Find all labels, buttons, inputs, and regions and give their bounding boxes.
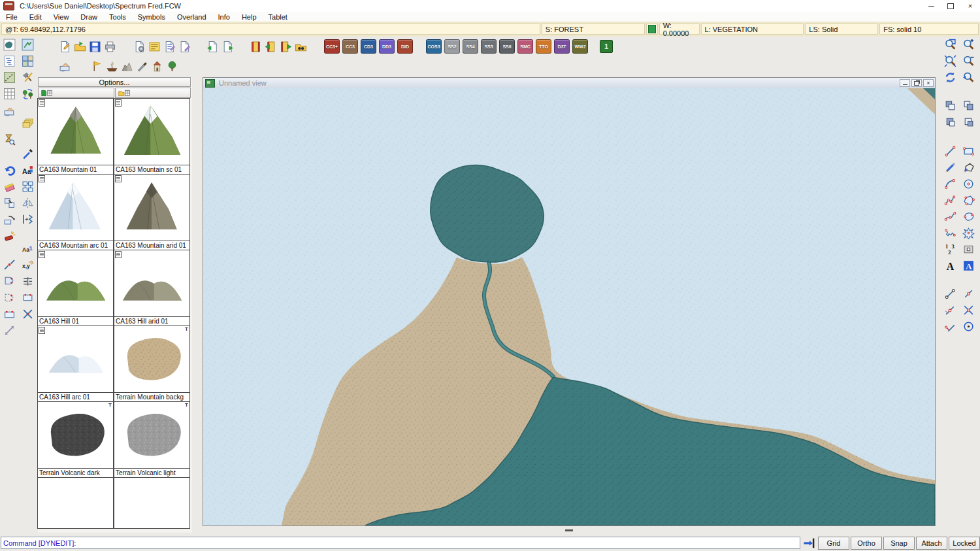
locked-toggle-button[interactable]: Locked [949,537,980,550]
draw-line-tool[interactable] [943,144,958,159]
perpendicular-snap-tool[interactable] [943,319,958,334]
path-terrain-tool[interactable] [2,70,17,85]
construct-tools[interactable] [20,70,35,85]
view-close-button[interactable]: × [923,79,934,87]
numeric-label-tool[interactable]: 123 [943,242,958,257]
window-resize-strip[interactable] [203,526,936,535]
draw-box-tool[interactable] [961,144,976,159]
zoom-window-button[interactable] [943,37,958,52]
menu-symbols[interactable]: Symbols [132,13,171,21]
zoom-previous-button[interactable] [961,70,976,85]
zoom-in-button[interactable] [961,37,976,52]
catalog-filter-ss2[interactable]: SS2 [444,39,460,54]
text-tool[interactable]: A [943,258,958,273]
send-backward-button[interactable] [943,114,958,129]
catalog-filter-ww2[interactable]: WW2 [572,39,588,54]
draw-irregular-polygon-tool[interactable] [961,193,976,208]
menu-file[interactable]: File [0,13,24,21]
symbol-cell[interactable]: CA163 Mountain sc 01 [114,98,190,175]
catalog-settings-button[interactable] [293,39,308,54]
open-drawing-button[interactable] [73,39,88,54]
catalog-file-button[interactable] [38,88,114,98]
numeric-view-tool[interactable] [2,54,17,69]
symbol-cell[interactable]: CA163 Mountain 01 [37,98,114,175]
draw-smooth-polygon-tool[interactable] [961,209,976,224]
symbol-cell[interactable]: CA163 Hill arc 01 [37,326,114,402]
symbol-cell[interactable]: T Terrain Volcanic light [114,401,190,478]
edit-text-button[interactable] [162,39,177,54]
draw-fractal-path-tool[interactable] [943,225,958,241]
draw-path-tool[interactable] [943,193,958,208]
catalog-open-button[interactable] [115,88,191,98]
extract-part-tool[interactable] [2,274,17,289]
print-button[interactable] [103,39,118,54]
catalog-filter-cc3[interactable]: CC3 [342,39,358,54]
catalog-filter-tto[interactable]: TTO [536,39,551,54]
fill-color-field[interactable] [646,24,658,35]
send-to-back-button[interactable] [943,98,958,113]
freehand-sketch-tool[interactable] [943,160,958,175]
snap-toggle-button[interactable]: Snap [883,537,915,550]
menu-edit[interactable]: Edit [24,13,48,21]
text-numbering-tool[interactable]: Aa1 [20,241,35,256]
bring-forward-button[interactable] [961,114,976,129]
save-catalog-button[interactable] [278,39,293,54]
catalog-filter-ss4[interactable]: SS4 [463,39,478,54]
landmass-tool[interactable] [2,37,17,52]
text-selected-tool[interactable]: A [961,258,976,273]
symbols-building-button[interactable] [150,59,165,74]
minimize-button[interactable] [921,0,941,12]
grid-toggle-button[interactable]: Grid [818,537,849,550]
line-style-field[interactable]: LS: Solid [805,24,878,35]
copy-tool[interactable] [2,195,17,210]
group-tool[interactable] [20,179,35,194]
draw-smooth-path-tool[interactable] [943,209,958,224]
menu-tools[interactable]: Tools [103,13,132,21]
symbols-vegetation-button[interactable] [165,59,180,74]
line-width-field[interactable]: W: 0.00000 [659,24,700,35]
place-symbol-button[interactable] [57,59,73,74]
box-select-tool[interactable] [20,290,35,305]
coordinate-entry-tool[interactable]: x,y [20,258,35,273]
map-window-title-bar[interactable]: Unnamed view × [203,78,935,89]
catalog-filter-cos3[interactable]: COS3 [426,39,442,54]
symbol-cell[interactable]: CA163 Mountain arid 01 [114,174,190,250]
mirror-tool[interactable] [20,195,35,210]
connect-endpoint-tool[interactable] [943,286,958,301]
intersection-snap-tool[interactable] [961,303,976,318]
center-snap-tool[interactable] [961,319,976,334]
draw-circle-tool[interactable] [961,176,976,192]
menu-view[interactable]: View [48,13,75,21]
maximize-button[interactable] [941,0,960,12]
terrain-tiles-tool[interactable] [20,54,35,69]
zoom-out-button[interactable] [961,54,976,69]
text-properties-tool[interactable]: Aa [20,163,35,178]
layer-field[interactable]: L: VEGETATION [701,24,804,35]
edit-rectangle-tool[interactable] [2,307,17,322]
intersect-tool[interactable] [20,307,35,322]
drawing-properties-button[interactable] [132,39,147,54]
symbol-stamp-tool[interactable] [2,103,17,118]
symbols-flag-button[interactable] [90,59,105,74]
snap-on-line-tool[interactable] [943,303,958,318]
menu-overland[interactable]: Overland [171,13,212,21]
command-input[interactable]: Command [DYNEDIT]: [1,537,800,549]
eraser-tool[interactable] [2,179,17,194]
symbol-status-field[interactable]: S: FOREST [542,24,645,35]
insert-file-button[interactable] [205,39,220,54]
new-drawing-button[interactable] [57,39,73,54]
resize-handle[interactable] [565,529,573,531]
fill-style-field[interactable]: FS: solid 10 [879,24,979,35]
view-minimize-button[interactable] [900,79,910,87]
symbol-cell[interactable]: T Terrain Volcanic dark [37,401,114,478]
load-catalog-button[interactable] [263,39,278,54]
save-part-button[interactable] [220,39,235,54]
close-button[interactable]: × [960,0,980,12]
break-node-tool[interactable] [2,258,17,273]
symbols-structure-button[interactable] [120,59,135,74]
sheets-tool[interactable] [20,116,35,131]
map-canvas[interactable] [203,88,935,526]
fill-color-swatch[interactable] [648,25,656,33]
node-edit-tool[interactable] [961,286,976,301]
symbol-cell[interactable]: T Terrain Mountain backg [114,326,190,402]
